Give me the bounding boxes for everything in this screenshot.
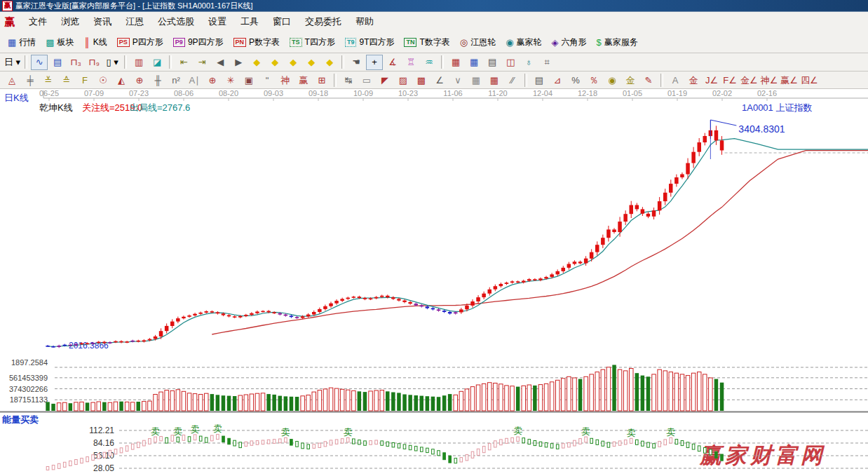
- toolbar-9t-square[interactable]: T99T四方形: [341, 35, 399, 50]
- web-download-icon[interactable]: ♁: [520, 55, 537, 70]
- child-window-icon[interactable]: 赢: [4, 15, 15, 29]
- pan-hand-icon[interactable]: ☚: [348, 55, 365, 70]
- angle-a-icon[interactable]: A∣: [186, 72, 203, 88]
- percent-line-icon[interactable]: ％: [585, 72, 602, 88]
- percent-icon[interactable]: %: [567, 72, 584, 88]
- period-selector-icon[interactable]: 日 ▾: [4, 55, 21, 70]
- candlestick-chart-canvas[interactable]: 06-2507-0907-2308-0608-2009-0309-1810-09…: [0, 89, 868, 476]
- cycle-tool-icon[interactable]: ♒: [421, 55, 438, 70]
- menu-7[interactable]: 窗口: [266, 13, 298, 30]
- remote-pc-icon[interactable]: ⌗: [538, 55, 555, 70]
- zoom-horizontal-icon[interactable]: ◆: [285, 55, 301, 70]
- price-grid-icon[interactable]: ⊞: [313, 72, 330, 88]
- n-square-icon[interactable]: n²: [168, 72, 184, 88]
- gann-target-icon[interactable]: ⊕: [204, 72, 221, 88]
- span-measure-icon[interactable]: ↹: [340, 72, 357, 88]
- nav-first-icon[interactable]: ⇤: [175, 55, 192, 70]
- stats-column-icon[interactable]: ▤: [531, 72, 548, 88]
- volume-profile-icon[interactable]: ◪: [149, 55, 165, 70]
- win-angle-icon[interactable]: 赢∠: [780, 72, 799, 88]
- gann-star-icon[interactable]: ✳: [222, 72, 239, 88]
- toolbar-hexagon[interactable]: ◈六角形: [548, 35, 591, 50]
- chip-distribution-icon[interactable]: ▥: [130, 55, 147, 70]
- crosshair-icon[interactable]: +: [366, 55, 383, 70]
- notes-icon[interactable]: ▤: [484, 55, 501, 70]
- zoom-out-icon[interactable]: ◆: [321, 55, 338, 70]
- seal-tool-icon[interactable]: ◬: [4, 72, 20, 88]
- toolbar-p-number-table[interactable]: PNP数字表: [229, 35, 285, 50]
- t-square-label: T四方形: [305, 36, 335, 48]
- menu-8[interactable]: 交易委托: [298, 13, 348, 30]
- nav-last-icon[interactable]: ⇥: [194, 55, 210, 70]
- toolbar-sectors[interactable]: ▩板块: [41, 35, 78, 50]
- seal-2-icon[interactable]: ◭: [113, 72, 130, 88]
- grid-red-icon[interactable]: ▦: [486, 72, 503, 88]
- calendar-icon[interactable]: ▦: [447, 55, 464, 70]
- tick-marks-icon[interactable]: ʺ: [259, 72, 276, 88]
- angle-lines-icon[interactable]: ∠: [431, 72, 448, 88]
- win-tool-icon[interactable]: 赢: [295, 72, 312, 88]
- calculator-icon[interactable]: ▦: [466, 55, 482, 70]
- menu-6[interactable]: 工具: [233, 13, 266, 30]
- fibo-band-icon[interactable]: F: [76, 72, 93, 88]
- bars-3-icon[interactable]: ⊓₃: [67, 55, 84, 70]
- gann-box-icon[interactable]: ▣: [240, 72, 257, 88]
- menu-0[interactable]: 文件: [22, 13, 54, 30]
- rect-frame-icon[interactable]: ▭: [358, 72, 375, 88]
- shen-tool-icon[interactable]: 神: [277, 72, 294, 88]
- toolbar-kline[interactable]: ║K线: [80, 35, 111, 50]
- title-bar[interactable]: 赢 赢家江恩专业版[赢家内部服务平台] - [上证指数 SH1A0001-167…: [0, 0, 868, 12]
- gold-circle-icon[interactable]: ◉: [604, 72, 621, 88]
- angle-measure-icon[interactable]: ∡: [384, 55, 401, 70]
- time-ruler-icon[interactable]: ╫: [149, 72, 166, 88]
- gold-grid-2-icon[interactable]: ≙: [58, 72, 75, 88]
- toolbar-p-square[interactable]: PSP四方形: [113, 35, 168, 50]
- toolbar-t-square[interactable]: TST四方形: [285, 35, 339, 50]
- spiral-tool-icon[interactable]: ☉: [95, 72, 111, 88]
- zigzag-icon[interactable]: ∨: [449, 72, 466, 88]
- percent-frame-icon[interactable]: ⊿: [549, 72, 566, 88]
- toolbar-9p-square[interactable]: P99P四方形: [169, 35, 228, 50]
- candle-style-icon[interactable]: ▯ ▾: [104, 55, 121, 70]
- j-angle-icon[interactable]: J∠: [703, 72, 720, 88]
- gold-grid-1-icon[interactable]: ≚: [40, 72, 57, 88]
- zoom-in-icon[interactable]: ◆: [303, 55, 320, 70]
- f10-info-icon[interactable]: ▤: [49, 55, 66, 70]
- toolbar-winner-service[interactable]: $赢家服务: [592, 35, 642, 50]
- ray-fan-icon[interactable]: ◤: [377, 72, 393, 88]
- price-ruler-icon[interactable]: ╪: [22, 72, 39, 88]
- parallel-lines-icon[interactable]: ⁄⁄: [504, 72, 521, 88]
- toolbar-quotes[interactable]: ▦行情: [4, 35, 40, 50]
- zoom-right-icon[interactable]: ◆: [266, 55, 283, 70]
- toolbar-gann-wheel[interactable]: ◎江恩轮: [456, 35, 500, 50]
- chart-area[interactable]: 日K线 乾坤K线 关注线=2519.0 出局线=2767.6 1A0001 上证…: [0, 89, 868, 476]
- zoom-left-icon[interactable]: ◆: [248, 55, 265, 70]
- fan-box-icon[interactable]: ▨: [395, 72, 412, 88]
- brush-tool-icon[interactable]: ✎: [640, 72, 657, 88]
- menu-2[interactable]: 资讯: [86, 13, 118, 30]
- nav-next-icon[interactable]: ▶: [230, 55, 247, 70]
- a-strike-icon[interactable]: A: [667, 72, 684, 88]
- save-icon[interactable]: ◫: [502, 55, 519, 70]
- menu-4[interactable]: 公式选股: [151, 13, 201, 30]
- menu-5[interactable]: 设置: [201, 13, 233, 30]
- menu-3[interactable]: 江恩: [118, 13, 151, 30]
- toolbar-t-number-table[interactable]: TNT数字表: [400, 35, 454, 50]
- f-angle-icon[interactable]: F∠: [721, 72, 738, 88]
- menu-1[interactable]: 浏览: [54, 13, 86, 30]
- toolbar-winner-wheel[interactable]: ◉赢家轮: [501, 35, 545, 50]
- trend-wave-icon[interactable]: ∿: [31, 55, 48, 70]
- gold-line-icon[interactable]: 金: [622, 72, 639, 88]
- time-circle-icon[interactable]: ⊕: [131, 72, 148, 88]
- shen-angle-icon[interactable]: 神∠: [760, 72, 779, 88]
- nav-prev-icon[interactable]: ◀: [212, 55, 229, 70]
- menu-9[interactable]: 帮助: [348, 13, 381, 30]
- grid-gray-icon[interactable]: ▦: [468, 72, 484, 88]
- gold-angle-2-icon[interactable]: 金∠: [740, 72, 759, 88]
- gold-angle-icon[interactable]: 金: [685, 72, 702, 88]
- svg-text:09-03: 09-03: [264, 89, 283, 97]
- four-angle-icon[interactable]: 四∠: [800, 72, 819, 88]
- bars-9-icon[interactable]: ⊓₉: [86, 55, 102, 70]
- fan-box-2-icon[interactable]: ▩: [413, 72, 430, 88]
- magenta-tool-icon[interactable]: ♖: [402, 55, 419, 70]
